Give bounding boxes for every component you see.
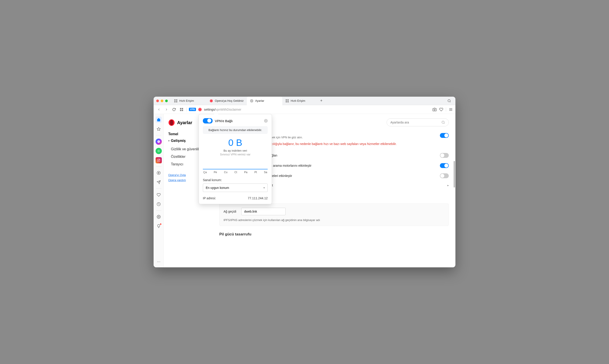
bookmarks-icon[interactable] [156, 126, 162, 132]
heart-button[interactable] [439, 107, 443, 112]
chevron-right-icon: ▸ [447, 184, 449, 187]
opera-logo [168, 119, 175, 126]
scrollbar-thumb[interactable] [454, 161, 455, 188]
day-label: Pt [254, 171, 257, 174]
vpn-badge[interactable]: VPN [189, 108, 196, 111]
history-icon[interactable] [156, 201, 162, 207]
svg-point-39 [265, 120, 266, 121]
svg-rect-16 [180, 110, 181, 111]
vpn-ip-value: 77.111.244.12 [248, 196, 268, 200]
svg-line-38 [444, 123, 444, 124]
pinboards-icon[interactable] [156, 192, 162, 198]
vpn-usage-chart [203, 160, 268, 169]
tab-strip: Hızlı Erişim Opera'ya Hoş Geldiniz Ayarl… [153, 97, 456, 105]
workspace-sidebar: ⋯ [153, 114, 164, 267]
svg-rect-11 [287, 101, 289, 103]
address-bar[interactable]: settings/vpnWithDisclaimer [204, 108, 241, 111]
window-controls [156, 100, 168, 102]
battery-section-title: Pil gücü tasarrufu [219, 232, 449, 236]
vpn-popup-settings-icon[interactable] [264, 119, 268, 123]
vpn-ip-label: IP adresi: [203, 196, 216, 200]
url-path: vpnWithDisclaimer [216, 108, 241, 111]
vpn-bypass-intranet-toggle[interactable] [440, 173, 449, 178]
vpn-location-select[interactable]: En uygun konum ▾ [203, 183, 268, 192]
chevron-down-icon: ▾ [168, 139, 169, 142]
svg-marker-30 [158, 172, 159, 174]
back-button[interactable] [156, 107, 162, 112]
svg-rect-1 [176, 99, 177, 101]
settings-search[interactable] [387, 118, 449, 126]
tab-welcome[interactable]: Opera'ya Hoş Geldiniz [207, 97, 247, 105]
settings-sidebar-icon[interactable] [156, 214, 162, 220]
new-tab-button[interactable]: + [318, 97, 325, 104]
svg-point-21 [434, 109, 435, 110]
vpn-popup: VPN'e Bağlı Bağlantı hızınız bu durumdan… [199, 114, 272, 204]
settings-icon [250, 99, 253, 103]
tab-label: Hızlı Erişim [179, 99, 194, 103]
vpn-popup-toggle[interactable] [203, 118, 213, 123]
player-icon[interactable] [156, 170, 162, 176]
vpn-popup-status: VPN'e Bağlı [215, 119, 262, 123]
speed-dial-icon [285, 99, 289, 103]
svg-point-6 [211, 100, 212, 102]
maximize-window-button[interactable] [165, 100, 168, 102]
svg-point-34 [158, 216, 159, 218]
instagram-icon[interactable] [156, 157, 162, 163]
minimize-window-button[interactable] [161, 100, 163, 102]
easy-setup-button[interactable] [449, 107, 453, 112]
svg-point-7 [251, 100, 252, 101]
svg-rect-14 [180, 108, 181, 109]
svg-point-28 [159, 159, 159, 160]
reload-button[interactable] [171, 107, 177, 112]
vpn-bypass-search-toggle[interactable] [440, 163, 449, 168]
speed-dial-icon [174, 99, 178, 103]
url-origin: settings/ [204, 108, 216, 111]
svg-rect-17 [182, 110, 183, 111]
features-icon[interactable] [156, 223, 162, 229]
ipfs-gateway-label: Ağ geçidi [223, 210, 237, 213]
toolbar: VPN settings/vpnWithDisclaimer [153, 105, 456, 114]
vpn-popup-notice: Bağlantı hızınız bu durumdan etkilenebil… [203, 126, 268, 134]
ipfs-desc: IPFS/IPNS adreslerini çözmek için kullan… [223, 218, 444, 222]
vpn-popup-data-caption: Bu ay indirilen veri [203, 149, 268, 152]
close-window-button[interactable] [156, 100, 159, 102]
day-label: Ça [203, 171, 207, 174]
tab-search-button[interactable] [446, 97, 453, 104]
day-label: Sa [264, 171, 267, 174]
forward-button[interactable] [164, 107, 169, 112]
chevron-down-icon: ▾ [263, 186, 265, 189]
speed-dial-button[interactable] [179, 107, 184, 112]
browser-window: Hızlı Erişim Opera'ya Hoş Geldiniz Ayarl… [153, 97, 456, 267]
day-label: Ct [234, 171, 237, 174]
more-icon[interactable]: ⋯ [156, 259, 162, 265]
tab-speed-dial-1[interactable]: Hızlı Erişim [171, 97, 207, 105]
svg-rect-15 [182, 108, 183, 109]
svg-rect-3 [176, 101, 177, 103]
vpn-connect-startup-toggle[interactable] [440, 153, 449, 158]
svg-rect-10 [286, 101, 287, 103]
messenger-icon[interactable] [156, 139, 162, 145]
send-icon[interactable] [156, 179, 162, 185]
ipfs-gateway-input[interactable] [241, 208, 286, 215]
svg-point-36 [170, 120, 173, 125]
day-label: Cu [224, 171, 227, 174]
tab-speed-dial-2[interactable]: Hızlı Erişim [282, 97, 318, 105]
opera-icon [198, 108, 202, 111]
settings-search-input[interactable] [390, 121, 440, 124]
svg-point-20 [199, 108, 201, 111]
day-label: Pa [244, 171, 248, 174]
opera-icon [209, 99, 213, 103]
vpn-enable-toggle[interactable] [440, 133, 449, 138]
whatsapp-icon[interactable] [156, 148, 162, 154]
svg-rect-2 [174, 101, 176, 103]
home-icon[interactable] [156, 117, 162, 123]
vpn-location-label: Sanal konum: [203, 178, 268, 182]
tab-label: Ayarlar [255, 99, 264, 103]
svg-point-12 [448, 100, 450, 102]
vpn-chart-days: Ça Pe Cu Ct Pa Pt Sa [203, 171, 268, 174]
ipfs-card: Ağ geçidi IPFS/IPNS adreslerini çözmek i… [219, 204, 449, 226]
separator [446, 107, 446, 112]
tab-settings[interactable]: Ayarlar [247, 97, 282, 105]
settings-content: Ayarlar Temel ▾Gelişmiş Gizlilik ve güve… [164, 114, 456, 267]
snapshot-button[interactable] [432, 107, 437, 112]
